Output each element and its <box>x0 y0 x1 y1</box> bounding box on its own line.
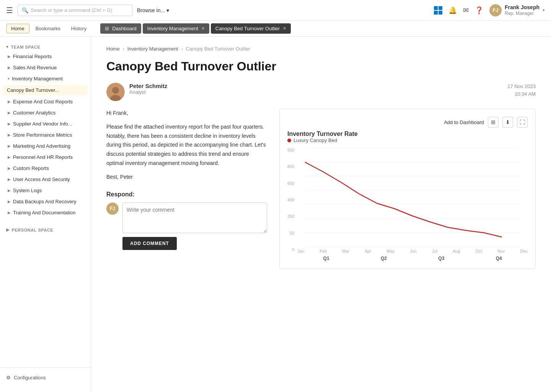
personal-space-label: ▶ PERSONAL SPACE <box>0 224 91 234</box>
quarter-labels: Q1 Q2 Q3 Q4 <box>297 256 528 261</box>
respond-label: Respond: <box>106 191 267 198</box>
configurations-item[interactable]: ⚙ Configurations <box>6 372 85 383</box>
author-section: Peter Schmitz Analyst 17 Nov 2023 10:34 … <box>106 83 536 101</box>
sidebar-bottom: ⚙ Configurations <box>0 368 91 387</box>
page-tabs: ⊞ Dashboard Inventory Management ✕ Canop… <box>100 23 291 34</box>
tab-dashboard-label: Dashboard <box>112 26 137 31</box>
tab-canopy-bed-label: Canopy Bed Turnover Outlier <box>215 26 280 31</box>
comment-textarea[interactable] <box>122 203 267 233</box>
x-label-oct: Oct <box>476 249 482 253</box>
add-comment-button[interactable]: ADD COMMENT <box>122 237 177 250</box>
chevron-right-icon: ▶ <box>8 155 11 159</box>
chart-grid-icon[interactable]: ⊞ <box>488 117 499 127</box>
sidebar-item-store-performance[interactable]: ▶ Store Performance Metrics <box>0 129 91 140</box>
sidebar-item-inventory-management[interactable]: ▾ Inventory Management <box>0 73 91 84</box>
q2-label: Q2 <box>355 256 412 261</box>
q4-label: Q4 <box>470 256 528 261</box>
user-name: Frank Joseph <box>505 4 540 11</box>
y-label-650: 650 <box>287 181 294 186</box>
help-icon[interactable]: ❓ <box>475 6 483 15</box>
left-column: Hi Frank, Please find the attached inven… <box>106 109 267 250</box>
chart-download-icon[interactable]: ⬇ <box>502 117 513 127</box>
sidebar-item-training[interactable]: ▶ Training And Documentation <box>0 207 91 218</box>
add-to-dashboard-button[interactable]: Add to Dashboard <box>444 119 484 125</box>
message-content: Please find the attached inventory repor… <box>106 122 267 168</box>
sidebar-item-sales-revenue[interactable]: ▶ Sales And Revenue <box>0 62 91 73</box>
tab-inventory-management-close[interactable]: ✕ <box>201 26 205 31</box>
notifications-icon[interactable]: 🔔 <box>448 6 457 15</box>
tab-canopy-bed[interactable]: Canopy Bed Turnover Outlier ✕ <box>211 23 291 34</box>
y-label-400: 400 <box>287 198 294 202</box>
browse-button[interactable]: Browse in... ▾ <box>137 7 169 13</box>
chevron-right-icon: ▶ <box>8 54 11 59</box>
sidebar-item-supplier-vendor[interactable]: ▶ Supplier And Vendor Info... <box>0 118 91 129</box>
right-column: Add to Dashboard ⊞ ⬇ ⛶ Inventory Turnove… <box>279 109 536 269</box>
breadcrumb-sep-2: › <box>181 46 183 52</box>
sidebar-item-financial-reports[interactable]: ▶ Financial Reports <box>0 51 91 62</box>
q1-label: Q1 <box>297 256 355 261</box>
content-area: Home › Inventory Management › Canopy Bed… <box>91 37 551 392</box>
tab-canopy-bed-close[interactable]: ✕ <box>283 26 286 31</box>
user-section[interactable]: FJ Frank Joseph Rep. Manager ▾ <box>489 4 545 16</box>
chart-title: Inventory Turnover Rate <box>287 131 528 137</box>
bookmarks-tab[interactable]: Bookmarks <box>31 24 65 33</box>
breadcrumb-home[interactable]: Home <box>106 46 120 52</box>
post-date: 17 Nov 2023 <box>507 83 536 90</box>
topbar: ☰ 🔍 Search or type a command (Ctrl + G) … <box>0 0 551 21</box>
chevron-right-icon: ▶ <box>8 122 11 126</box>
message-body: Hi Frank, Please find the attached inven… <box>106 109 267 182</box>
hamburger-menu-icon[interactable]: ☰ <box>6 6 13 15</box>
avatar: FJ <box>489 4 502 16</box>
sidebar-item-user-access[interactable]: ▶ User Access And Security <box>0 174 91 185</box>
tab-inventory-management-label: Inventory Management <box>147 26 198 31</box>
dashboard-icon: ⊞ <box>105 26 109 31</box>
sidebar-item-expense-reports[interactable]: ▶ Expense And Cost Reports <box>0 96 91 107</box>
breadcrumb-parent[interactable]: Inventory Management <box>127 46 178 52</box>
legend-dot <box>287 139 291 142</box>
history-tab[interactable]: History <box>67 24 91 33</box>
x-label-aug: Aug <box>453 249 460 253</box>
sidebar-item-system-logs[interactable]: ▶ System Logs <box>0 185 91 196</box>
sidebar-item-canopy-bed[interactable]: Canopy Bed Turnover... <box>3 85 88 95</box>
home-tab[interactable]: Home <box>6 24 29 33</box>
search-box[interactable]: 🔍 Search or type a command (Ctrl + G) <box>18 5 132 16</box>
chevron-down-icon: ▾ <box>6 44 9 49</box>
tab-inventory-management[interactable]: Inventory Management ✕ <box>143 23 209 34</box>
user-chevron-icon: ▾ <box>543 8 545 13</box>
chevron-right-icon: ▶ <box>8 199 11 204</box>
sidebar-item-custom-reports[interactable]: ▶ Custom Reports <box>0 163 91 174</box>
author-name: Peter Schmitz <box>129 83 167 89</box>
chevron-down-icon: ▾ <box>166 7 169 13</box>
x-label-jun: Jun <box>410 249 417 253</box>
search-placeholder: Search or type a command (Ctrl + G) <box>31 7 112 13</box>
author-info: Peter Schmitz Analyst <box>129 83 167 95</box>
x-label-jan: Jan <box>297 249 304 253</box>
y-label-0: 0 <box>287 247 294 252</box>
gear-icon: ⚙ <box>6 375 11 381</box>
chart-area: 950 800 650 400 250 50 0 <box>287 148 528 261</box>
sidebar-item-personnel-hr[interactable]: ▶ Personnel And HR Reports <box>0 152 91 163</box>
chevron-right-icon: ▶ <box>6 227 10 232</box>
chart-container: Add to Dashboard ⊞ ⬇ ⛶ Inventory Turnove… <box>279 109 536 269</box>
nav-tabs: Home Bookmarks History ⊞ Dashboard Inven… <box>0 21 551 37</box>
main-layout: ▾ TEAM SPACE ▶ Financial Reports ▶ Sales… <box>0 37 551 392</box>
sidebar-item-data-backups[interactable]: ▶ Data Backups And Recovery <box>0 196 91 207</box>
sidebar-item-marketing[interactable]: ▶ Marketing And Advertising <box>0 140 91 152</box>
y-axis-labels: 950 800 650 400 250 50 0 <box>287 148 294 261</box>
breadcrumb-sep-1: › <box>123 46 124 52</box>
y-label-950: 950 <box>287 148 294 152</box>
topbar-right: 🔔 ✉ ❓ FJ Frank Joseph Rep. Manager ▾ <box>434 4 545 16</box>
tab-dashboard[interactable]: ⊞ Dashboard <box>100 23 141 34</box>
mail-icon[interactable]: ✉ <box>463 6 469 15</box>
chevron-right-icon: ▶ <box>8 133 11 137</box>
x-label-jul: Jul <box>432 249 437 253</box>
message-greeting: Hi Frank, <box>106 109 267 118</box>
comment-user-avatar: FJ <box>106 203 119 215</box>
author-avatar <box>106 83 125 101</box>
windows-icon[interactable] <box>434 6 442 15</box>
sidebar-item-customer-analytics[interactable]: ▶ Customer Analytics <box>0 107 91 118</box>
svg-point-1 <box>112 87 119 94</box>
chart-fullscreen-icon[interactable]: ⛶ <box>517 117 528 127</box>
chart-legend: Luxury Canopy Bed <box>287 137 528 143</box>
x-label-apr: Apr <box>365 249 371 253</box>
